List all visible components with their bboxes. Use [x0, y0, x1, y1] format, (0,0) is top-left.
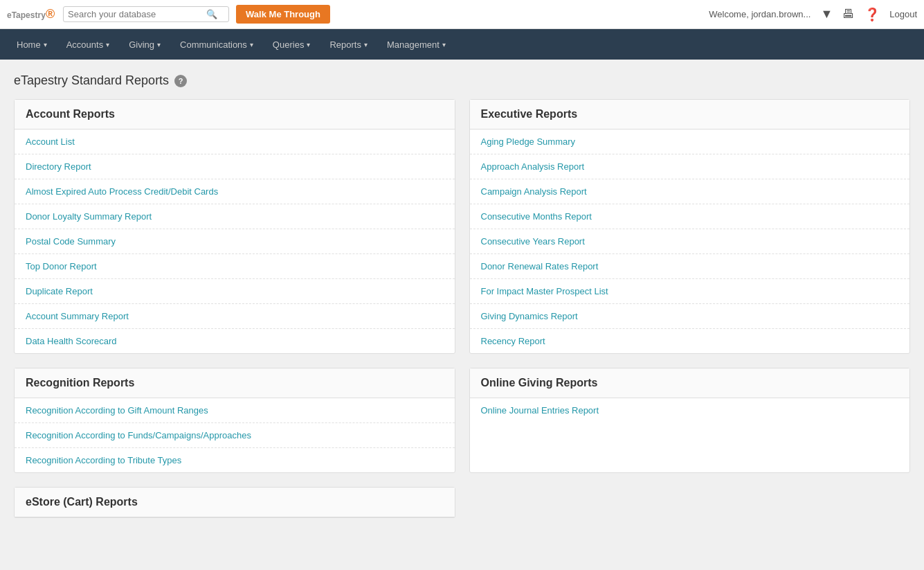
report-link-item[interactable]: Postal Code Summary — [15, 229, 455, 254]
report-link-item[interactable]: Almost Expired Auto Process Credit/Debit… — [15, 179, 455, 204]
logo: eTapestry® — [7, 7, 55, 21]
report-card-estore-reports: eStore (Cart) Reports — [14, 487, 455, 518]
report-link-item[interactable]: Recognition According to Gift Amount Ran… — [15, 398, 455, 423]
report-card-executive-reports: Executive ReportsAging Pledge SummaryApp… — [469, 99, 911, 354]
nav-label-reports: Reports — [329, 39, 361, 50]
search-box: 🔍 — [63, 6, 229, 22]
nav-arrow-accounts: ▾ — [106, 41, 109, 48]
report-link-item[interactable]: Approach Analysis Report — [470, 154, 910, 179]
topbar: eTapestry® 🔍 Walk Me Through Welcome, jo… — [0, 0, 924, 29]
logout-link[interactable]: Logout — [889, 9, 917, 19]
nav-arrow-management: ▾ — [442, 41, 446, 48]
welcome-text: Welcome, jordan.brown... — [709, 9, 810, 19]
walk-me-through-button[interactable]: Walk Me Through — [236, 5, 330, 24]
nav-item-home[interactable]: Home ▾ — [7, 29, 57, 60]
report-link-item[interactable]: Account List — [15, 130, 455, 154]
report-card-header-account-reports: Account Reports — [15, 100, 455, 130]
page-content: eTapestry Standard Reports ? Account Rep… — [0, 60, 924, 532]
reports-grid: Account ReportsAccount ListDirectory Rep… — [14, 99, 910, 518]
navbar: Home ▾ Accounts ▾ Giving ▾ Communication… — [0, 29, 924, 60]
print-icon[interactable]: 🖶 — [842, 7, 855, 21]
report-link-item[interactable]: Account Summary Report — [15, 304, 455, 329]
report-link-list-recognition-reports: Recognition According to Gift Amount Ran… — [15, 398, 455, 472]
page-help-icon[interactable]: ? — [174, 75, 187, 87]
report-link-item[interactable]: Top Donor Report — [15, 254, 455, 279]
report-card-account-reports: Account ReportsAccount ListDirectory Rep… — [14, 99, 455, 354]
page-title-row: eTapestry Standard Reports ? — [14, 73, 910, 88]
nav-item-giving[interactable]: Giving ▾ — [119, 29, 170, 60]
report-link-item[interactable]: Aging Pledge Summary — [470, 130, 910, 154]
report-link-item[interactable]: Giving Dynamics Report — [470, 304, 910, 329]
dropdown-arrow-icon[interactable]: ▼ — [820, 7, 833, 21]
nav-item-communications[interactable]: Communications ▾ — [170, 29, 263, 60]
nav-arrow-communications: ▾ — [250, 41, 253, 48]
report-card-online-giving-reports: Online Giving ReportsOnline Journal Entr… — [469, 368, 911, 473]
report-link-list-executive-reports: Aging Pledge SummaryApproach Analysis Re… — [470, 130, 910, 353]
page-title: eTapestry Standard Reports — [14, 73, 169, 88]
topbar-right: Welcome, jordan.brown... ▼ 🖶 ❓ Logout — [709, 7, 917, 22]
report-link-item[interactable]: Online Journal Entries Report — [470, 398, 910, 422]
report-link-item[interactable]: For Impact Master Prospect List — [470, 279, 910, 304]
nav-label-home: Home — [17, 39, 41, 50]
nav-label-giving: Giving — [129, 39, 154, 50]
nav-label-accounts: Accounts — [66, 39, 103, 50]
report-card-header-recognition-reports: Recognition Reports — [15, 368, 455, 398]
report-link-item[interactable]: Campaign Analysis Report — [470, 179, 910, 204]
report-card-header-online-giving-reports: Online Giving Reports — [470, 368, 910, 398]
report-link-item[interactable]: Directory Report — [15, 154, 455, 179]
nav-item-reports[interactable]: Reports ▾ — [320, 29, 377, 60]
report-card-recognition-reports: Recognition ReportsRecognition According… — [14, 368, 455, 473]
nav-arrow-home: ▾ — [44, 41, 47, 48]
report-link-item[interactable]: Duplicate Report — [15, 279, 455, 304]
report-card-header-estore-reports: eStore (Cart) Reports — [15, 488, 455, 517]
report-link-item[interactable]: Consecutive Years Report — [470, 229, 910, 254]
report-link-item[interactable]: Recognition According to Funds/Campaigns… — [15, 423, 455, 448]
nav-arrow-giving: ▾ — [157, 41, 161, 48]
report-link-item[interactable]: Donor Loyalty Summary Report — [15, 204, 455, 229]
report-link-item[interactable]: Data Health Scorecard — [15, 329, 455, 353]
nav-item-queries[interactable]: Queries ▾ — [263, 29, 320, 60]
report-link-list-account-reports: Account ListDirectory ReportAlmost Expir… — [15, 130, 455, 353]
search-icon: 🔍 — [206, 9, 217, 19]
report-link-item[interactable]: Recency Report — [470, 329, 910, 353]
report-card-header-executive-reports: Executive Reports — [470, 100, 910, 130]
nav-arrow-queries: ▾ — [307, 41, 310, 48]
nav-item-accounts[interactable]: Accounts ▾ — [57, 29, 119, 60]
report-link-item[interactable]: Consecutive Months Report — [470, 204, 910, 229]
nav-label-communications: Communications — [180, 39, 247, 50]
nav-label-queries: Queries — [273, 39, 305, 50]
report-link-item[interactable]: Donor Renewal Rates Report — [470, 254, 910, 279]
help-icon[interactable]: ❓ — [864, 7, 880, 22]
nav-label-management: Management — [387, 39, 440, 50]
nav-arrow-reports: ▾ — [364, 41, 368, 48]
nav-item-management[interactable]: Management ▾ — [377, 29, 455, 60]
report-link-list-online-giving-reports: Online Journal Entries Report — [470, 398, 910, 422]
search-input[interactable] — [68, 9, 206, 19]
report-link-item[interactable]: Recognition According to Tribute Types — [15, 448, 455, 472]
